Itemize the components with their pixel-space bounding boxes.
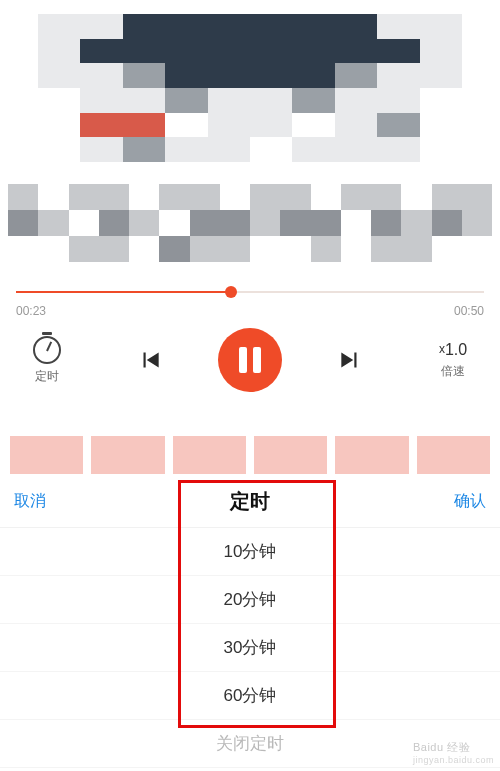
progress-bar[interactable] xyxy=(16,286,484,298)
time-duration: 00:50 xyxy=(454,304,484,318)
album-art xyxy=(38,14,462,162)
timer-sheet: 取消 定时 确认 10分钟 20分钟 30分钟 60分钟 关闭定时 xyxy=(0,476,500,771)
play-pause-button[interactable] xyxy=(218,328,282,392)
timer-option[interactable]: 10分钟 xyxy=(0,528,500,576)
cancel-button[interactable]: 取消 xyxy=(14,491,46,512)
timer-icon xyxy=(33,336,61,364)
timer-button[interactable]: 定时 xyxy=(12,336,82,385)
timer-label: 定时 xyxy=(35,368,59,385)
speed-value: x1.0 xyxy=(439,341,467,359)
skip-previous-icon xyxy=(137,347,163,373)
pause-icon xyxy=(239,347,261,373)
previous-button[interactable] xyxy=(115,347,185,373)
timer-option[interactable]: 30分钟 xyxy=(0,624,500,672)
timer-options: 10分钟 20分钟 30分钟 60分钟 关闭定时 xyxy=(0,528,500,768)
speed-label: 倍速 xyxy=(441,363,465,380)
confirm-button[interactable]: 确认 xyxy=(454,491,486,512)
sheet-title: 定时 xyxy=(230,488,270,515)
track-title xyxy=(8,184,492,262)
recommendation-strip xyxy=(0,436,500,474)
next-button[interactable] xyxy=(315,347,385,373)
watermark: Baidu 经验 jingyan.baidu.com xyxy=(413,740,494,765)
time-elapsed: 00:23 xyxy=(16,304,46,318)
skip-next-icon xyxy=(337,347,363,373)
timer-option[interactable]: 20分钟 xyxy=(0,576,500,624)
speed-button[interactable]: x1.0 倍速 xyxy=(418,341,488,380)
timer-option[interactable]: 60分钟 xyxy=(0,672,500,720)
